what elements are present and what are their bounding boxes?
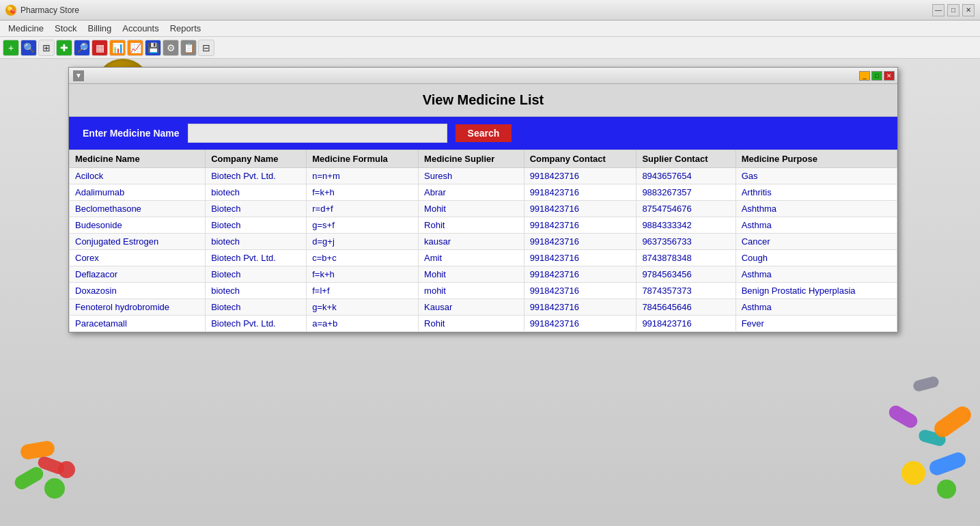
- table-cell: 8754754676: [636, 201, 736, 217]
- table-cell: g=k+k: [307, 299, 419, 316]
- toolbar-btn-4[interactable]: ✚: [56, 40, 72, 56]
- table-cell: 9637356733: [636, 234, 736, 250]
- decorative-pill: [58, 461, 75, 478]
- table-row[interactable]: Fenoterol hydrobromideBiotechg=k+kKausar…: [70, 299, 897, 316]
- table-cell: Suresh: [419, 168, 524, 184]
- table-cell: 8943657654: [636, 168, 736, 184]
- table-cell: Fever: [736, 316, 897, 332]
- toolbar: + 🔍 ⊞ ✚ 🔎 ▦ 📊 📈 💾 ⚙ 📋 ⊟: [0, 37, 980, 59]
- table-cell: Cancer: [736, 234, 897, 250]
- dialog-collapse-btn[interactable]: ▼: [73, 70, 84, 81]
- toolbar-btn-2[interactable]: 🔍: [20, 40, 37, 56]
- table-row[interactable]: Doxazosinbiotechf=l+fmohit99184237167874…: [70, 283, 897, 299]
- table-cell: Benign Prostatic Hyperplasia: [736, 283, 897, 299]
- toolbar-btn-6[interactable]: ▦: [92, 40, 108, 56]
- table-cell: biotech: [206, 234, 307, 250]
- dialog-minimize-btn[interactable]: _: [859, 71, 870, 81]
- table-cell: 7874357373: [636, 283, 736, 299]
- decorative-pill: [19, 440, 55, 460]
- table-cell: 9918423716: [524, 250, 636, 266]
- table-cell: 9918423716: [524, 316, 636, 332]
- menu-accounts[interactable]: Accounts: [117, 22, 164, 35]
- table-cell: biotech: [206, 283, 307, 299]
- table-row[interactable]: AcilockBiotech Pvt. Ltd.n=n+mSuresh99184…: [70, 168, 897, 184]
- decorative-pill: [912, 375, 940, 392]
- decorative-pill: [901, 461, 925, 485]
- table-cell: n=n+m: [307, 168, 419, 184]
- table-cell: Amit: [419, 250, 524, 266]
- table-cell: 9918423716: [524, 266, 636, 283]
- table-cell: Doxazosin: [70, 283, 206, 299]
- dialog-close-btn[interactable]: ✕: [884, 71, 895, 81]
- medicine-table: Medicine Name Company Name Medicine Form…: [69, 150, 897, 332]
- decorative-pill: [937, 480, 956, 499]
- table-cell: 9883267357: [636, 184, 736, 201]
- main-dialog: ▼ _ □ ✕ View Medicine List Enter Medicin…: [68, 67, 898, 333]
- maximize-button[interactable]: □: [947, 4, 960, 16]
- table-cell: 9918423716: [524, 217, 636, 234]
- table-cell: Rohit: [419, 316, 524, 332]
- menu-billing[interactable]: Billing: [83, 22, 117, 35]
- table-cell: Budesonide: [70, 217, 206, 234]
- table-cell: Biotech Pvt. Ltd.: [206, 316, 307, 332]
- table-row[interactable]: BudesonideBiotechg=s+fRohit9918423716988…: [70, 217, 897, 234]
- table-row[interactable]: DeflazacorBiotechf=k+hMohit9918423716978…: [70, 266, 897, 283]
- toolbar-btn-11[interactable]: 📋: [180, 40, 197, 56]
- table-row[interactable]: ParacetamallBiotech Pvt. Ltd.a=a+bRohit9…: [70, 316, 897, 332]
- decorative-pill: [12, 465, 46, 492]
- toolbar-btn-5[interactable]: 🔎: [74, 40, 90, 56]
- table-cell: c=b+c: [307, 250, 419, 266]
- background-area: ▼ _ □ ✕ View Medicine List Enter Medicin…: [0, 59, 980, 526]
- toolbar-btn-7[interactable]: 📊: [109, 40, 126, 56]
- minimize-button[interactable]: —: [932, 4, 944, 16]
- col-medicine-supplier: Medicine Suplier: [419, 150, 524, 168]
- table-cell: mohit: [419, 283, 524, 299]
- table-cell: Arthritis: [736, 184, 897, 201]
- menu-stock[interactable]: Stock: [49, 22, 83, 35]
- col-company-contact: Company Contact: [524, 150, 636, 168]
- table-cell: r=d+f: [307, 201, 419, 217]
- close-button[interactable]: ✕: [962, 4, 975, 16]
- decorative-pill: [886, 403, 920, 430]
- table-cell: Abrar: [419, 184, 524, 201]
- table-cell: g=s+f: [307, 217, 419, 234]
- decorative-pill: [44, 478, 65, 499]
- app-title: Pharmacy Store: [20, 5, 79, 15]
- dialog-controls: _ □ ✕: [859, 71, 895, 81]
- search-bar: Enter Medicine Name Search: [69, 117, 897, 150]
- table-cell: Acilock: [70, 168, 206, 184]
- toolbar-btn-8[interactable]: 📈: [127, 40, 143, 56]
- col-medicine-formula: Medicine Formula: [307, 150, 419, 168]
- table-cell: Asthma: [736, 217, 897, 234]
- menu-reports[interactable]: Reports: [165, 22, 207, 35]
- toolbar-btn-10[interactable]: ⚙: [163, 40, 179, 56]
- window-controls: — □ ✕: [932, 4, 975, 16]
- table-header-row: Medicine Name Company Name Medicine Form…: [70, 150, 897, 168]
- table-cell: Ashthma: [736, 201, 897, 217]
- col-company-name: Company Name: [206, 150, 307, 168]
- table-cell: d=g+j: [307, 234, 419, 250]
- search-input[interactable]: [188, 124, 447, 143]
- table-cell: a=a+b: [307, 316, 419, 332]
- dialog-maximize-btn[interactable]: □: [871, 71, 882, 81]
- toolbar-btn-9[interactable]: 💾: [145, 40, 161, 56]
- table-cell: Asthma: [736, 266, 897, 283]
- toolbar-btn-1[interactable]: +: [3, 40, 19, 56]
- table-cell: Biotech: [206, 217, 307, 234]
- search-label: Enter Medicine Name: [83, 128, 180, 139]
- menu-medicine[interactable]: Medicine: [3, 22, 49, 35]
- table-cell: 7845645646: [636, 299, 736, 316]
- table-cell: 9918423716: [524, 283, 636, 299]
- decorative-pill: [927, 450, 968, 477]
- table-cell: f=l+f: [307, 283, 419, 299]
- app-icon: 💊: [5, 5, 16, 16]
- col-medicine-purpose: Medicine Purpose: [736, 150, 897, 168]
- table-row[interactable]: BeclomethasoneBiotechr=d+fMohit991842371…: [70, 201, 897, 217]
- toolbar-btn-3[interactable]: ⊞: [38, 40, 55, 56]
- search-button[interactable]: Search: [456, 124, 512, 142]
- table-cell: Biotech: [206, 266, 307, 283]
- table-row[interactable]: Adalimumabbiotechf=k+hAbrar9918423716988…: [70, 184, 897, 201]
- toolbar-btn-12[interactable]: ⊟: [198, 40, 214, 56]
- table-row[interactable]: Conjugated Estrogenbiotechd=g+jkausar991…: [70, 234, 897, 250]
- table-row[interactable]: CorexBiotech Pvt. Ltd.c=b+cAmit991842371…: [70, 250, 897, 266]
